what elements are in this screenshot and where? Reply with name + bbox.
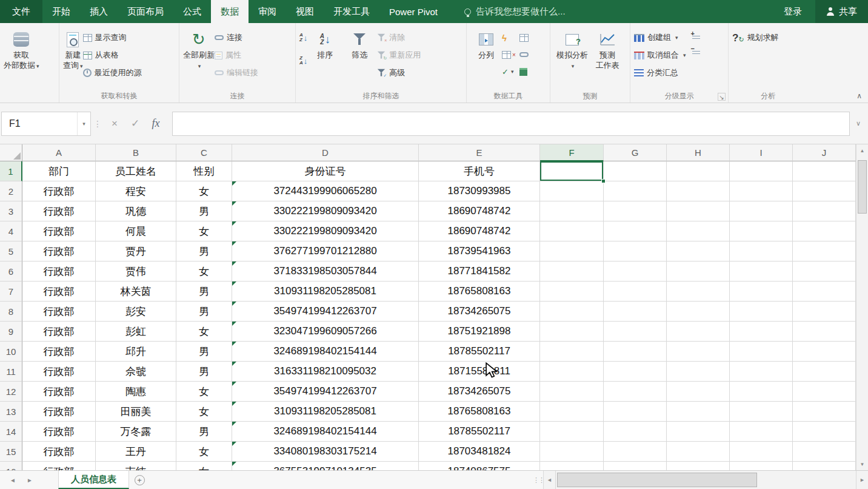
tab-home[interactable]: 开始 (42, 0, 80, 23)
cell-C14[interactable]: 男 (176, 422, 232, 442)
cell-E10[interactable]: 18785502117 (419, 342, 540, 362)
cell-E11[interactable]: 18715589811 (419, 362, 540, 382)
subtotal-button[interactable]: 分类汇总 (634, 67, 686, 79)
cell-F16[interactable] (540, 462, 604, 470)
cell-B8[interactable]: 彭安 (96, 302, 176, 322)
cell-A13[interactable]: 行政部 (22, 402, 96, 422)
cell-B13[interactable]: 田丽美 (96, 402, 176, 422)
cell-B14[interactable]: 万冬露 (96, 422, 176, 442)
share-button[interactable]: 共享 (815, 0, 868, 23)
horizontal-scroll-thumb[interactable] (557, 473, 757, 487)
cell-D6[interactable]: 371833198503057844 (232, 261, 419, 282)
cell-F1[interactable] (540, 161, 604, 181)
cell-H5[interactable] (667, 241, 730, 261)
cell-C6[interactable]: 女 (176, 261, 232, 282)
cell-G10[interactable] (604, 342, 667, 362)
row-header-7[interactable]: 7 (0, 282, 22, 302)
cell-J6[interactable] (793, 261, 856, 282)
cell-H1[interactable] (667, 161, 730, 181)
cell-E6[interactable]: 18771841582 (419, 261, 540, 282)
cell-D7[interactable]: 310931198205285081 (232, 282, 419, 302)
cell-D9[interactable]: 323047199609057266 (232, 322, 419, 342)
insert-function-button[interactable]: fx (145, 112, 166, 136)
cell-C13[interactable]: 女 (176, 402, 232, 422)
cell-B4[interactable]: 何晨 (96, 221, 176, 241)
cell-G15[interactable] (604, 442, 667, 462)
cell-G7[interactable] (604, 282, 667, 302)
cell-G11[interactable] (604, 362, 667, 382)
from-table-button[interactable]: 从表格 (83, 49, 142, 61)
column-header-H[interactable]: H (667, 144, 730, 161)
cell-D14[interactable]: 324689198402154144 (232, 422, 419, 442)
row-header-5[interactable]: 5 (0, 241, 22, 261)
sort-descending-button[interactable]: ZA ↓ (299, 56, 307, 66)
cell-D2[interactable]: 372443199906065280 (232, 181, 419, 201)
get-external-data-button[interactable]: 获取 外部数据▾ (4, 25, 39, 71)
cancel-entry-button[interactable]: × (104, 112, 125, 136)
cell-C4[interactable]: 女 (176, 221, 232, 241)
cell-I16[interactable] (730, 462, 793, 470)
cell-B11[interactable]: 佘虢 (96, 362, 176, 382)
cell-I2[interactable] (730, 181, 793, 201)
sort-ascending-button[interactable]: AZ ↓ (299, 33, 307, 42)
row-header-11[interactable]: 11 (0, 362, 22, 382)
tab-page-layout[interactable]: 页面布局 (118, 0, 173, 23)
cell-I11[interactable] (730, 362, 793, 382)
cell-F8[interactable] (540, 302, 604, 322)
formula-bar-splitter[interactable]: ⋮ (91, 119, 104, 129)
column-header-J[interactable]: J (793, 144, 856, 161)
cell-H9[interactable] (667, 322, 730, 342)
row-header-8[interactable]: 8 (0, 302, 22, 322)
tab-review[interactable]: 审阅 (249, 0, 286, 23)
cell-G6[interactable] (604, 261, 667, 282)
cell-D3[interactable]: 330222199809093420 (232, 201, 419, 221)
scroll-down-icon[interactable]: ▼ (856, 458, 868, 470)
cell-F3[interactable] (540, 201, 604, 221)
cell-I6[interactable] (730, 261, 793, 282)
ungroup-button[interactable]: 取消组合 ▾ (634, 49, 686, 61)
expand-formula-bar-icon[interactable]: ∨ (850, 112, 867, 136)
cell-D8[interactable]: 354974199412263707 (232, 302, 419, 322)
cell-G3[interactable] (604, 201, 667, 221)
cell-G5[interactable] (604, 241, 667, 261)
tab-data[interactable]: 数据 (211, 0, 249, 23)
connections-button[interactable]: 连接 (215, 32, 258, 44)
row-header-2[interactable]: 2 (0, 181, 22, 201)
name-box[interactable]: F1 ▾ (1, 112, 91, 136)
show-queries-button[interactable]: 显示查询 (83, 32, 142, 44)
cell-B9[interactable]: 彭虹 (96, 322, 176, 342)
cell-D16[interactable]: 367553199710134535 (232, 462, 419, 470)
cell-E7[interactable]: 18765808163 (419, 282, 540, 302)
cell-C12[interactable]: 女 (176, 382, 232, 402)
cell-G13[interactable] (604, 402, 667, 422)
cell-J1[interactable] (793, 161, 856, 181)
cell-A6[interactable]: 行政部 (22, 261, 96, 282)
cell-A7[interactable]: 行政部 (22, 282, 96, 302)
flash-fill-button[interactable]: ϟ (502, 32, 516, 44)
cell-C3[interactable]: 男 (176, 201, 232, 221)
cell-A3[interactable]: 行政部 (22, 201, 96, 221)
cell-H2[interactable] (667, 181, 730, 201)
cell-H16[interactable] (667, 462, 730, 470)
row-header-15[interactable]: 15 (0, 442, 22, 462)
cell-C7[interactable]: 男 (176, 282, 232, 302)
cell-A11[interactable]: 行政部 (22, 362, 96, 382)
cell-E16[interactable]: 18740867575 (419, 462, 540, 470)
column-header-C[interactable]: C (176, 144, 232, 161)
cell-J3[interactable] (793, 201, 856, 221)
cell-E4[interactable]: 18690748742 (419, 221, 540, 241)
prev-sheet-icon[interactable]: ◄ (10, 477, 16, 484)
cell-I1[interactable] (730, 161, 793, 181)
cell-B3[interactable]: 巩德 (96, 201, 176, 221)
cell-A4[interactable]: 行政部 (22, 221, 96, 241)
column-header-B[interactable]: B (96, 144, 176, 161)
cell-C1[interactable]: 性别 (176, 161, 232, 181)
cell-J12[interactable] (793, 382, 856, 402)
tab-file[interactable]: 文件 (0, 0, 42, 23)
cell-F15[interactable] (540, 442, 604, 462)
row-header-16[interactable]: 16 (0, 462, 22, 470)
row-header-12[interactable]: 12 (0, 382, 22, 402)
cell-C9[interactable]: 女 (176, 322, 232, 342)
cell-E3[interactable]: 18690748742 (419, 201, 540, 221)
scroll-left-icon[interactable]: ◄ (543, 471, 555, 489)
